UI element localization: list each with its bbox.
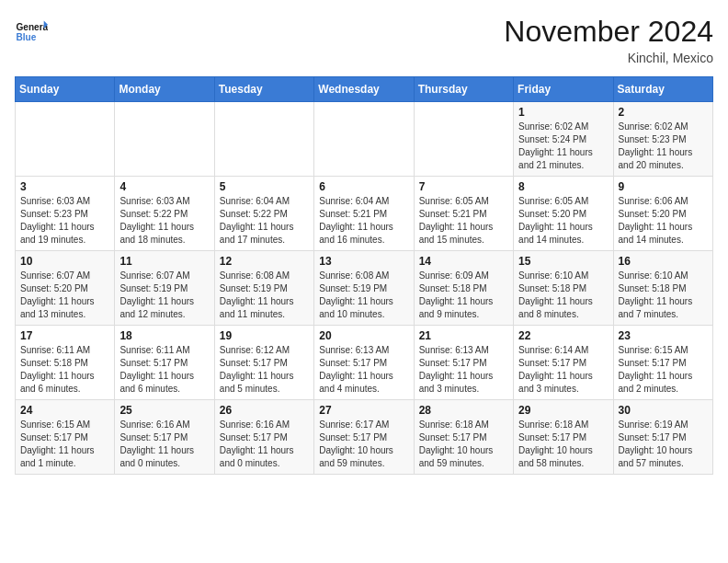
calendar-cell: 28Sunrise: 6:18 AM Sunset: 5:17 PM Dayli…: [414, 400, 513, 475]
calendar-cell: 30Sunrise: 6:19 AM Sunset: 5:17 PM Dayli…: [613, 400, 712, 475]
day-info: Sunrise: 6:11 AM Sunset: 5:17 PM Dayligh…: [119, 344, 209, 396]
day-info: Sunrise: 6:10 AM Sunset: 5:18 PM Dayligh…: [619, 270, 708, 321]
day-number: 16: [619, 255, 708, 268]
page-header: General Blue November 2024 Kinchil, Mexi…: [15, 15, 713, 65]
calendar-cell: 25Sunrise: 6:16 AM Sunset: 5:17 PM Dayli…: [115, 400, 214, 475]
day-info: Sunrise: 6:07 AM Sunset: 5:20 PM Dayligh…: [20, 270, 109, 321]
week-row-4: 17Sunrise: 6:11 AM Sunset: 5:18 PM Dayli…: [16, 326, 713, 400]
week-row-1: 1Sunrise: 6:02 AM Sunset: 5:24 PM Daylig…: [16, 102, 713, 177]
day-number: 19: [220, 329, 309, 342]
week-row-5: 24Sunrise: 6:15 AM Sunset: 5:17 PM Dayli…: [16, 400, 713, 475]
day-number: 15: [518, 255, 608, 268]
calendar-cell: 8Sunrise: 6:05 AM Sunset: 5:20 PM Daylig…: [514, 177, 613, 251]
day-number: 8: [518, 180, 608, 193]
calendar-cell: 14Sunrise: 6:09 AM Sunset: 5:18 PM Dayli…: [414, 251, 513, 326]
day-header-sunday: Sunday: [16, 77, 115, 102]
day-info: Sunrise: 6:02 AM Sunset: 5:24 PM Dayligh…: [518, 121, 608, 172]
day-info: Sunrise: 6:13 AM Sunset: 5:17 PM Dayligh…: [419, 344, 508, 396]
day-info: Sunrise: 6:05 AM Sunset: 5:21 PM Dayligh…: [419, 195, 508, 247]
day-info: Sunrise: 6:18 AM Sunset: 5:17 PM Dayligh…: [419, 419, 508, 470]
day-info: Sunrise: 6:15 AM Sunset: 5:17 PM Dayligh…: [619, 344, 708, 396]
day-number: 12: [220, 255, 309, 268]
day-info: Sunrise: 6:04 AM Sunset: 5:22 PM Dayligh…: [220, 195, 309, 247]
day-info: Sunrise: 6:10 AM Sunset: 5:18 PM Dayligh…: [518, 270, 608, 321]
day-info: Sunrise: 6:15 AM Sunset: 5:17 PM Dayligh…: [20, 419, 109, 470]
calendar-cell: 5Sunrise: 6:04 AM Sunset: 5:22 PM Daylig…: [214, 177, 313, 251]
day-number: 14: [419, 255, 508, 268]
day-number: 27: [319, 404, 408, 417]
day-number: 5: [220, 180, 309, 193]
calendar-cell: 7Sunrise: 6:05 AM Sunset: 5:21 PM Daylig…: [414, 177, 513, 251]
day-info: Sunrise: 6:02 AM Sunset: 5:23 PM Dayligh…: [619, 121, 708, 172]
calendar-cell: 21Sunrise: 6:13 AM Sunset: 5:17 PM Dayli…: [414, 326, 513, 400]
calendar-cell: 1Sunrise: 6:02 AM Sunset: 5:24 PM Daylig…: [514, 102, 613, 177]
calendar-cell: 15Sunrise: 6:10 AM Sunset: 5:18 PM Dayli…: [514, 251, 613, 326]
logo-svg: General Blue: [15, 15, 48, 48]
calendar-cell: [214, 102, 313, 177]
day-number: 24: [20, 404, 109, 417]
calendar-cell: 6Sunrise: 6:04 AM Sunset: 5:21 PM Daylig…: [314, 177, 414, 251]
logo: General Blue: [15, 15, 48, 48]
calendar-cell: 19Sunrise: 6:12 AM Sunset: 5:17 PM Dayli…: [214, 326, 313, 400]
day-number: 29: [518, 404, 608, 417]
day-header-monday: Monday: [115, 77, 214, 102]
calendar-cell: 23Sunrise: 6:15 AM Sunset: 5:17 PM Dayli…: [613, 326, 712, 400]
day-number: 18: [119, 329, 209, 342]
day-number: 7: [419, 180, 508, 193]
day-number: 4: [119, 180, 209, 193]
day-info: Sunrise: 6:19 AM Sunset: 5:17 PM Dayligh…: [619, 419, 708, 470]
title-block: November 2024 Kinchil, Mexico: [504, 15, 713, 65]
day-info: Sunrise: 6:03 AM Sunset: 5:22 PM Dayligh…: [119, 195, 209, 247]
day-info: Sunrise: 6:16 AM Sunset: 5:17 PM Dayligh…: [220, 419, 309, 470]
day-info: Sunrise: 6:06 AM Sunset: 5:20 PM Dayligh…: [619, 195, 708, 247]
day-info: Sunrise: 6:14 AM Sunset: 5:17 PM Dayligh…: [518, 344, 608, 396]
calendar-cell: [16, 102, 115, 177]
day-info: Sunrise: 6:08 AM Sunset: 5:19 PM Dayligh…: [220, 270, 309, 321]
calendar-cell: 18Sunrise: 6:11 AM Sunset: 5:17 PM Dayli…: [115, 326, 214, 400]
day-header-thursday: Thursday: [414, 77, 513, 102]
day-number: 6: [319, 180, 408, 193]
day-info: Sunrise: 6:03 AM Sunset: 5:23 PM Dayligh…: [20, 195, 109, 247]
calendar-cell: 27Sunrise: 6:17 AM Sunset: 5:17 PM Dayli…: [314, 400, 414, 475]
calendar-cell: 26Sunrise: 6:16 AM Sunset: 5:17 PM Dayli…: [214, 400, 313, 475]
day-info: Sunrise: 6:08 AM Sunset: 5:19 PM Dayligh…: [319, 270, 408, 321]
calendar-cell: 11Sunrise: 6:07 AM Sunset: 5:19 PM Dayli…: [115, 251, 214, 326]
day-info: Sunrise: 6:05 AM Sunset: 5:20 PM Dayligh…: [518, 195, 608, 247]
day-info: Sunrise: 6:04 AM Sunset: 5:21 PM Dayligh…: [319, 195, 408, 247]
day-number: 1: [518, 106, 608, 119]
calendar-cell: 16Sunrise: 6:10 AM Sunset: 5:18 PM Dayli…: [613, 251, 712, 326]
calendar-cell: 3Sunrise: 6:03 AM Sunset: 5:23 PM Daylig…: [16, 177, 115, 251]
day-info: Sunrise: 6:09 AM Sunset: 5:18 PM Dayligh…: [419, 270, 508, 321]
day-number: 28: [419, 404, 508, 417]
calendar-cell: 4Sunrise: 6:03 AM Sunset: 5:22 PM Daylig…: [115, 177, 214, 251]
day-number: 23: [619, 329, 708, 342]
calendar-cell: [115, 102, 214, 177]
day-number: 9: [619, 180, 708, 193]
week-row-2: 3Sunrise: 6:03 AM Sunset: 5:23 PM Daylig…: [16, 177, 713, 251]
calendar-cell: 2Sunrise: 6:02 AM Sunset: 5:23 PM Daylig…: [613, 102, 712, 177]
calendar-cell: 13Sunrise: 6:08 AM Sunset: 5:19 PM Dayli…: [314, 251, 414, 326]
calendar-cell: 24Sunrise: 6:15 AM Sunset: 5:17 PM Dayli…: [16, 400, 115, 475]
svg-text:Blue: Blue: [16, 32, 36, 42]
svg-text:General: General: [16, 22, 48, 32]
day-header-tuesday: Tuesday: [214, 77, 313, 102]
calendar-cell: 9Sunrise: 6:06 AM Sunset: 5:20 PM Daylig…: [613, 177, 712, 251]
calendar-header-row: SundayMondayTuesdayWednesdayThursdayFrid…: [16, 77, 713, 102]
calendar-table: SundayMondayTuesdayWednesdayThursdayFrid…: [15, 76, 713, 475]
day-info: Sunrise: 6:18 AM Sunset: 5:17 PM Dayligh…: [518, 419, 608, 470]
calendar-cell: [314, 102, 414, 177]
day-header-friday: Friday: [514, 77, 613, 102]
day-number: 20: [319, 329, 408, 342]
day-info: Sunrise: 6:13 AM Sunset: 5:17 PM Dayligh…: [319, 344, 408, 396]
day-number: 26: [220, 404, 309, 417]
day-info: Sunrise: 6:17 AM Sunset: 5:17 PM Dayligh…: [319, 419, 408, 470]
week-row-3: 10Sunrise: 6:07 AM Sunset: 5:20 PM Dayli…: [16, 251, 713, 326]
calendar-cell: 29Sunrise: 6:18 AM Sunset: 5:17 PM Dayli…: [514, 400, 613, 475]
day-header-wednesday: Wednesday: [314, 77, 414, 102]
day-number: 17: [20, 329, 109, 342]
day-number: 10: [20, 255, 109, 268]
day-number: 11: [119, 255, 209, 268]
day-header-saturday: Saturday: [613, 77, 712, 102]
day-info: Sunrise: 6:11 AM Sunset: 5:18 PM Dayligh…: [20, 344, 109, 396]
day-number: 13: [319, 255, 408, 268]
